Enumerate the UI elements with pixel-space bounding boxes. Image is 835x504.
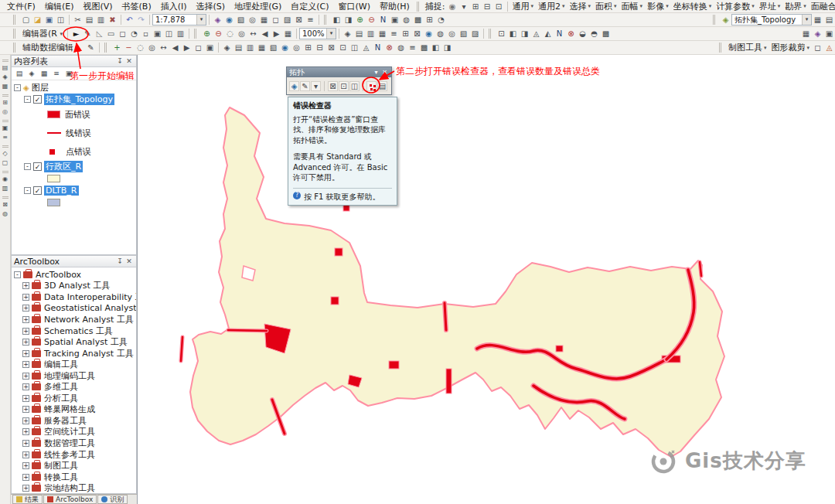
toolbar-icon[interactable]: ⊟ [314,42,325,53]
toolbar-icon[interactable]: ► [70,28,82,39]
toolbar-icon[interactable]: ▥ [365,28,377,39]
menu-item[interactable]: 选择(S) [192,0,230,13]
toolbar-grip[interactable] [194,29,199,39]
toolbar-icon[interactable]: ◧ [507,28,519,39]
toolbar-icon[interactable]: ◈ [342,28,353,39]
toolbar-grip[interactable] [13,43,18,53]
toolbar-icon[interactable]: ▫ [140,28,152,39]
toolbar-icon[interactable]: ↔ [158,42,169,53]
toolbar-icon[interactable]: ◻ [117,28,128,39]
toolbox-label[interactable]: 空间统计工具 [44,426,95,438]
toolbar-icon[interactable]: ⊠ [293,14,305,26]
menu-item[interactable]: 编辑(E) [40,0,79,13]
toolbox-label[interactable]: 数据管理工具 [44,438,95,449]
toolbar-icon[interactable]: ◫ [349,42,360,53]
toolbar-icon[interactable]: ▩ [600,28,612,39]
tree-expander[interactable]: - [14,271,21,278]
toolbar-icon[interactable]: ⊞ [424,14,435,26]
toolbar-icon[interactable]: ▥ [244,42,256,53]
topology-combo[interactable]: 拓扑集_Topology▾ [731,14,812,26]
toolbar-icon[interactable]: ▧ [235,14,247,26]
toolbar-icon[interactable]: ◫ [349,81,360,91]
toolbar-icon[interactable]: ⊡ [493,1,505,12]
menu-item[interactable]: 书签(B) [118,0,156,13]
tree-expander[interactable]: + [22,406,29,413]
error-inspector-button[interactable] [366,81,377,91]
tree-expander[interactable]: + [22,474,29,481]
menu-item[interactable]: 自定义(C) [286,0,333,13]
toolbar-icon[interactable]: ✂ [72,14,84,26]
toolbar-icon[interactable]: ◨ [441,42,453,53]
toolbar-icon[interactable]: ◫ [163,28,175,39]
toolbar-icon[interactable]: ▣ [389,14,400,26]
toolbar-icon[interactable]: ◌ [135,42,146,53]
toolbar-dropdown[interactable]: 计算参数▾ [714,1,757,12]
toolbar-icon[interactable]: ≡ [407,42,418,53]
close-icon[interactable]: ✕ [124,257,134,265]
toolbox-label[interactable]: 分析工具 [44,393,78,404]
toc-view-button[interactable]: ▤ [14,68,25,79]
toolbar-icon[interactable]: ⊖ [213,28,224,39]
toolbar-icon[interactable]: ◍ [400,14,412,26]
toolbar-icon[interactable]: ▤ [84,14,95,26]
toolbar-dropdown[interactable]: 通用2▾ [536,1,567,12]
topology-toolbar-window[interactable]: 拓扑 ▾ ✕ ◈✎▾⊠⊡◫▤ [286,66,392,95]
toolbar-dropdown[interactable]: 面融合▾ [809,1,835,12]
toolbar-icon[interactable]: ▦ [812,14,823,26]
layer-label[interactable]: 拓扑集_Topology [44,94,114,105]
toolbar-icon[interactable]: ◈ [289,81,299,91]
toolbar-icon[interactable]: ◈ [212,14,223,26]
tree-expander[interactable]: + [22,417,29,424]
chevron-down-icon[interactable]: ▾ [326,29,336,39]
toolbox-label[interactable]: 3D Analyst 工具 [44,280,110,291]
toolbar-grip[interactable] [719,43,724,53]
toolbar-dropdown[interactable]: 影像▾ [645,1,671,12]
toolbar-icon[interactable]: ⊡ [339,81,349,91]
toolbar-icon[interactable]: ▶ [271,28,282,39]
toolbar-icon[interactable]: ✎ [82,28,94,39]
toolbar-icon[interactable]: ◻ [812,42,823,53]
menu-item[interactable]: 帮助(H) [375,0,414,13]
tree-expander[interactable]: + [22,383,29,390]
toolbar-icon[interactable]: ◀ [259,28,271,39]
tree-expander[interactable]: + [22,328,29,335]
toolbar-grip[interactable] [2,60,9,62]
toolbar-dropdown[interactable]: 坐标转换▾ [671,1,714,12]
tree-expander[interactable]: + [22,451,29,458]
arctoolbox-root-label[interactable]: ArcToolbox [36,270,81,280]
line-error-symbol[interactable] [47,132,61,134]
toolbar-icon[interactable]: ▢ [20,14,32,26]
toolbar-icon[interactable]: ▥ [1,184,10,193]
toolbar-icon[interactable]: ◻ [270,14,281,26]
toolbar-icon[interactable]: ▩ [412,14,424,26]
tree-expander[interactable]: + [22,294,29,301]
toolbox-label[interactable]: Schematics 工具 [44,325,113,337]
toc-view-button[interactable]: ≡ [51,68,62,79]
layer-checkbox[interactable]: ✓ [33,162,42,171]
tree-expander[interactable]: + [22,305,29,312]
toolbar-icon[interactable]: ▥ [175,28,186,39]
toolbox-label[interactable]: 转换工具 [44,472,78,483]
tree-expander[interactable]: + [22,361,29,368]
toolbar-icon[interactable]: ⊠ [411,28,423,39]
tree-expander[interactable]: - [24,163,31,170]
toolbar-icon[interactable]: ⊕ [354,14,366,26]
toc-view-button[interactable]: ▦ [39,68,49,79]
toolbar-icon[interactable]: ▣ [152,28,163,39]
toolbar-icon[interactable]: ⊞ [470,1,482,12]
toolbox-label[interactable]: 多维工具 [44,381,78,393]
tab-toolbox[interactable]: ArcToolbox [43,495,97,504]
menu-item[interactable]: 窗口(W) [334,0,375,13]
aux-edit-menu[interactable]: 辅助数据编辑▾ [20,42,85,53]
toolbar-icon[interactable]: ◒ [577,28,588,39]
tab-results[interactable]: 结果 [12,495,43,504]
toolbox-label[interactable]: Geostatistical Analyst 工具 [44,302,136,314]
map-canvas[interactable] [138,55,835,504]
toolbar-icon[interactable]: ◈ [221,42,233,53]
toolbar-icon[interactable]: ▣ [204,42,216,53]
toolbox-label[interactable]: 服务器工具 [44,415,87,427]
tab-identify[interactable]: 识别 [97,495,128,504]
toolbar-icon[interactable]: ▦ [282,28,294,39]
map-view[interactable]: 拓扑 ▾ ✕ ◈✎▾⊠⊡◫▤ 错误检查器 打开“错误检查器”窗口查找、排序和修复… [138,55,835,504]
toolbar-grip[interactable] [104,43,109,53]
